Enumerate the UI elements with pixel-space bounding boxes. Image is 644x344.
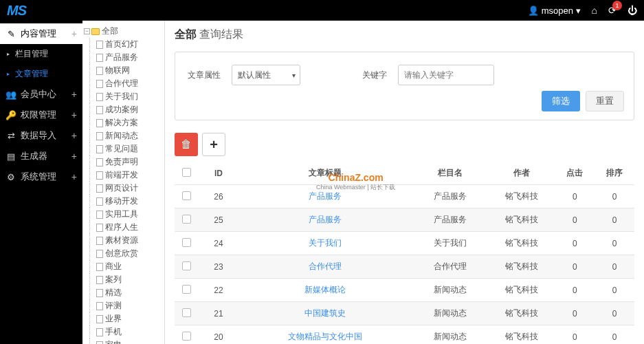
tree-node[interactable]: 解决方案 xyxy=(84,116,163,129)
delete-button[interactable]: 🗑 xyxy=(175,133,198,156)
cell-clicks: 0 xyxy=(555,232,595,255)
sidebar-subitem[interactable]: 栏目管理 xyxy=(0,44,82,64)
users-icon: 👥 xyxy=(5,89,16,100)
sidebar-item[interactable]: ▤生成器+ xyxy=(0,146,82,166)
tree-node-label: 家电 xyxy=(105,339,122,344)
sidebar-item[interactable]: 🔑权限管理+ xyxy=(0,105,82,125)
expand-icon[interactable]: + xyxy=(71,28,77,39)
tree-node[interactable]: 常见问题 xyxy=(84,142,163,155)
tree-node[interactable]: 移动开发 xyxy=(84,195,163,208)
tree-node[interactable]: 物联网 xyxy=(84,64,163,77)
cell-id: 21 xyxy=(198,302,239,325)
cell-title[interactable]: 新媒体概论 xyxy=(239,279,412,302)
tree-node-label: 新闻动态 xyxy=(105,130,138,142)
user-menu[interactable]: 👤 msopen ▾ xyxy=(528,6,581,16)
cell-title[interactable]: 文物精品与文化中国 xyxy=(239,325,412,345)
row-checkbox[interactable] xyxy=(182,285,191,294)
collapse-icon[interactable]: − xyxy=(84,28,90,34)
cell-order: 0 xyxy=(595,325,634,345)
file-icon xyxy=(96,250,103,258)
tree-node[interactable]: 成功案例 xyxy=(84,103,163,116)
tree-node-label: 产品服务 xyxy=(105,52,138,63)
table-row[interactable]: 20文物精品与文化中国新闻动态铭飞科技00 xyxy=(175,325,634,345)
tree-node[interactable]: 商业 xyxy=(84,260,163,273)
refresh-button[interactable]: ⟳ 1 xyxy=(608,5,617,16)
tree-node[interactable]: 实用工具 xyxy=(84,208,163,221)
cell-title[interactable]: 产品服务 xyxy=(239,208,412,232)
table-row[interactable]: 25产品服务产品服务铭飞科技00 xyxy=(175,208,634,232)
table-row[interactable]: 23合作代理合作代理铭飞科技00 xyxy=(175,255,634,279)
tree-node[interactable]: 前端开发 xyxy=(84,169,163,182)
sidebar-item[interactable]: ⇄数据导入+ xyxy=(0,125,82,146)
tree-node[interactable]: 素材资源 xyxy=(84,234,163,247)
tree-node[interactable]: 关于我们 xyxy=(84,90,163,103)
sidebar-label: 文章管理 xyxy=(15,68,48,80)
tree-node[interactable]: 案列 xyxy=(84,273,163,286)
keyword-input[interactable] xyxy=(398,65,494,85)
cell-order: 0 xyxy=(595,302,634,325)
cell-title[interactable]: 合作代理 xyxy=(239,255,412,279)
column-header: ID xyxy=(198,162,239,185)
search-button[interactable]: 筛选 xyxy=(542,91,580,111)
column-header: 排序 xyxy=(595,162,634,185)
expand-icon[interactable]: + xyxy=(71,151,77,162)
tree-node-label: 解决方案 xyxy=(105,117,138,129)
tree-node[interactable]: 程序人生 xyxy=(84,221,163,234)
select-all-checkbox[interactable] xyxy=(182,168,191,177)
tree-node[interactable]: 创意欣赏 xyxy=(84,247,163,260)
tree-node[interactable]: 新闻动态 xyxy=(84,129,163,142)
refresh-badge: 1 xyxy=(612,1,622,10)
table-row[interactable]: 21中国建筑史新闻动态铭飞科技00 xyxy=(175,302,634,325)
sidebar-item[interactable]: 👥会员中心+ xyxy=(0,84,82,105)
tree-node[interactable]: 产品服务 xyxy=(84,51,163,64)
attr-select[interactable]: 默认属性 ▾ xyxy=(232,65,300,85)
reset-button[interactable]: 重置 xyxy=(586,91,624,111)
tree-node[interactable]: 手机 xyxy=(84,325,163,338)
tree-node[interactable]: 免责声明 xyxy=(84,155,163,169)
sidebar-subitem[interactable]: 文章管理 xyxy=(0,64,82,84)
file-icon xyxy=(96,184,103,193)
cell-title[interactable]: 产品服务 xyxy=(239,185,412,208)
home-button[interactable]: ⌂ xyxy=(592,5,597,16)
power-button[interactable]: ⏻ xyxy=(628,5,637,16)
row-checkbox[interactable] xyxy=(182,261,191,270)
expand-icon[interactable]: + xyxy=(71,89,77,100)
table-row[interactable]: 24关于我们关于我们铭飞科技00 xyxy=(175,232,634,255)
cell-title[interactable]: 中国建筑史 xyxy=(239,302,412,325)
tree-node-label: 免责声明 xyxy=(105,156,138,168)
cell-author: 铭飞科技 xyxy=(489,255,555,279)
cell-order: 0 xyxy=(595,255,634,279)
edit-icon: ✎ xyxy=(5,29,16,39)
tree-node[interactable]: 家电 xyxy=(84,338,163,344)
table-row[interactable]: 22新媒体概论新闻动态铭飞科技00 xyxy=(175,279,634,302)
cell-order: 0 xyxy=(595,185,634,208)
cell-title[interactable]: 关于我们 xyxy=(239,232,412,255)
row-checkbox[interactable] xyxy=(182,191,191,200)
row-checkbox[interactable] xyxy=(182,332,191,341)
tree-root[interactable]: − 全部 xyxy=(84,25,163,38)
expand-icon[interactable]: + xyxy=(71,171,77,182)
file-icon xyxy=(96,302,103,310)
sidebar-item[interactable]: ⚙系统管理+ xyxy=(0,166,82,187)
tree-node-label: 物联网 xyxy=(105,65,130,76)
add-button[interactable]: + xyxy=(202,133,225,156)
filter-panel: 文章属性 默认属性 ▾ 关键字 筛选 重置 xyxy=(175,52,634,120)
key-icon: 🔑 xyxy=(5,110,16,120)
row-checkbox[interactable] xyxy=(182,215,191,224)
tree-node[interactable]: 业界 xyxy=(84,312,163,325)
keyword-label: 关键字 xyxy=(362,69,387,81)
tree-node[interactable]: 评测 xyxy=(84,299,163,312)
cell-category: 新闻动态 xyxy=(412,325,489,345)
sidebar-item[interactable]: ✎内容管理+ xyxy=(0,23,82,44)
tree-node[interactable]: 精选 xyxy=(84,286,163,299)
tree-node[interactable]: 网页设计 xyxy=(84,182,163,195)
row-checkbox[interactable] xyxy=(182,238,191,247)
expand-icon[interactable]: + xyxy=(71,130,77,141)
row-checkbox[interactable] xyxy=(182,308,191,317)
file-icon xyxy=(96,145,103,153)
table-row[interactable]: 26产品服务产品服务铭飞科技00 xyxy=(175,185,634,208)
file-icon xyxy=(96,93,103,101)
tree-node[interactable]: 合作代理 xyxy=(84,77,163,90)
tree-node[interactable]: 首页幻灯 xyxy=(84,38,163,51)
expand-icon[interactable]: + xyxy=(71,109,77,120)
